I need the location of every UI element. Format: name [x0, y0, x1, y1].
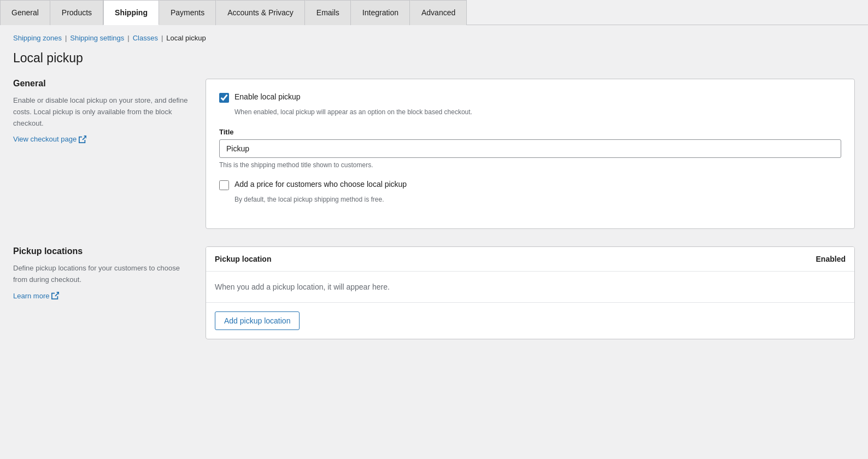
- view-checkout-link[interactable]: View checkout page: [13, 135, 86, 143]
- page-title: Local pickup: [13, 51, 855, 66]
- general-section: General Enable or disable local pickup o…: [13, 79, 855, 229]
- tab-emails[interactable]: Emails: [305, 0, 351, 25]
- tab-payments[interactable]: Payments: [159, 0, 216, 25]
- content-area: Shipping zones | Shipping settings | Cla…: [0, 25, 868, 379]
- tab-general[interactable]: General: [0, 0, 50, 25]
- breadcrumb-sep-1: |: [65, 34, 67, 42]
- general-desc-text: Enable or disable local pickup on your s…: [13, 95, 188, 129]
- tab-accounts-privacy[interactable]: Accounts & Privacy: [216, 0, 305, 25]
- external-link-icon: [79, 136, 86, 143]
- learn-more-link[interactable]: Learn more: [13, 292, 59, 300]
- col-location: Pickup location: [215, 255, 271, 263]
- add-price-desc: By default, the local pickup shipping me…: [234, 195, 841, 204]
- add-price-checkbox[interactable]: [219, 180, 229, 190]
- learn-more-ext-icon: [51, 292, 59, 299]
- breadcrumb: Shipping zones | Shipping settings | Cla…: [13, 34, 855, 42]
- tab-products[interactable]: Products: [50, 0, 103, 25]
- breadcrumb-shipping-zones[interactable]: Shipping zones: [13, 34, 62, 42]
- tab-integration[interactable]: Integration: [351, 0, 410, 25]
- pickup-locations-desc: Pickup locations Define pickup locations…: [13, 246, 188, 300]
- enable-pickup-row: Enable local pickup: [219, 92, 841, 103]
- table-header: Pickup location Enabled: [206, 247, 854, 272]
- table-empty-message: When you add a pickup location, it will …: [206, 272, 854, 303]
- add-price-label[interactable]: Add a price for customers who choose loc…: [234, 180, 407, 189]
- pickup-locations-heading: Pickup locations: [13, 246, 188, 256]
- title-hint: This is the shipping method title shown …: [219, 161, 841, 169]
- pickup-locations-section: Pickup locations Define pickup locations…: [13, 246, 855, 339]
- tab-advanced[interactable]: Advanced: [410, 0, 467, 25]
- breadcrumb-sep-3: |: [161, 34, 163, 42]
- title-input[interactable]: [219, 139, 841, 158]
- tab-shipping[interactable]: Shipping: [103, 0, 159, 25]
- title-label: Title: [219, 128, 841, 136]
- breadcrumb-classes[interactable]: Classes: [133, 34, 158, 42]
- general-heading: General: [13, 79, 188, 89]
- enable-pickup-desc: When enabled, local pickup will appear a…: [234, 107, 841, 117]
- breadcrumb-current: Local pickup: [166, 34, 206, 42]
- col-enabled: Enabled: [816, 255, 846, 263]
- general-section-desc: General Enable or disable local pickup o…: [13, 79, 188, 143]
- enable-pickup-label[interactable]: Enable local pickup: [234, 92, 301, 101]
- tab-bar: GeneralProductsShippingPaymentsAccounts …: [0, 0, 868, 25]
- breadcrumb-sep-2: |: [127, 34, 129, 42]
- table-footer: Add pickup location: [206, 303, 854, 339]
- pickup-locations-card: Pickup location Enabled When you add a p…: [206, 246, 855, 339]
- breadcrumb-shipping-settings[interactable]: Shipping settings: [70, 34, 124, 42]
- general-card: Enable local pickup When enabled, local …: [206, 79, 855, 229]
- add-price-row: Add a price for customers who choose loc…: [219, 180, 841, 190]
- pickup-locations-text: Define pickup locations for your custome…: [13, 263, 188, 286]
- add-pickup-location-button[interactable]: Add pickup location: [215, 311, 300, 330]
- enable-pickup-checkbox[interactable]: [219, 93, 229, 103]
